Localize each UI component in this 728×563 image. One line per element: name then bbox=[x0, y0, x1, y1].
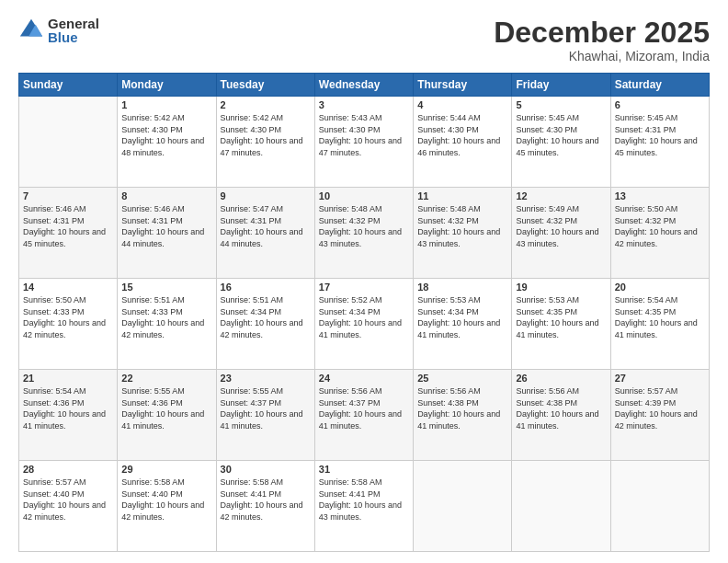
table-row: 3Sunrise: 5:43 AM Sunset: 4:30 PM Daylig… bbox=[314, 97, 413, 188]
day-info: Sunrise: 5:56 AM Sunset: 4:38 PM Dayligh… bbox=[516, 385, 606, 431]
header-tuesday: Tuesday bbox=[216, 74, 314, 97]
logo: General Blue bbox=[18, 17, 99, 44]
day-number: 8 bbox=[121, 190, 211, 201]
day-number: 22 bbox=[121, 373, 211, 384]
day-number: 3 bbox=[319, 99, 409, 110]
table-row: 1Sunrise: 5:42 AM Sunset: 4:30 PM Daylig… bbox=[118, 97, 216, 188]
day-info: Sunrise: 5:53 AM Sunset: 4:34 PM Dayligh… bbox=[417, 294, 507, 340]
table-row: 25Sunrise: 5:56 AM Sunset: 4:38 PM Dayli… bbox=[414, 370, 512, 461]
day-info: Sunrise: 5:46 AM Sunset: 4:31 PM Dayligh… bbox=[121, 203, 211, 249]
day-number: 25 bbox=[417, 373, 507, 384]
header-thursday: Thursday bbox=[414, 74, 512, 97]
calendar-week-row: 7Sunrise: 5:46 AM Sunset: 4:31 PM Daylig… bbox=[19, 188, 710, 279]
table-row: 8Sunrise: 5:46 AM Sunset: 4:31 PM Daylig… bbox=[118, 188, 216, 279]
day-info: Sunrise: 5:54 AM Sunset: 4:35 PM Dayligh… bbox=[615, 294, 705, 340]
day-number: 6 bbox=[615, 99, 705, 110]
table-row: 30Sunrise: 5:58 AM Sunset: 4:41 PM Dayli… bbox=[216, 461, 314, 552]
day-info: Sunrise: 5:51 AM Sunset: 4:34 PM Dayligh… bbox=[221, 294, 311, 340]
day-info: Sunrise: 5:47 AM Sunset: 4:31 PM Dayligh… bbox=[221, 203, 311, 249]
day-number: 9 bbox=[221, 190, 311, 201]
day-number: 13 bbox=[615, 190, 705, 201]
day-info: Sunrise: 5:58 AM Sunset: 4:41 PM Dayligh… bbox=[319, 477, 409, 523]
table-row bbox=[19, 97, 118, 188]
day-info: Sunrise: 5:46 AM Sunset: 4:31 PM Dayligh… bbox=[23, 203, 113, 249]
table-row bbox=[610, 461, 709, 552]
day-info: Sunrise: 5:55 AM Sunset: 4:37 PM Dayligh… bbox=[221, 385, 311, 431]
table-row: 28Sunrise: 5:57 AM Sunset: 4:40 PM Dayli… bbox=[19, 461, 118, 552]
day-info: Sunrise: 5:45 AM Sunset: 4:30 PM Dayligh… bbox=[516, 112, 606, 158]
day-number: 27 bbox=[615, 373, 705, 384]
day-info: Sunrise: 5:42 AM Sunset: 4:30 PM Dayligh… bbox=[121, 112, 211, 158]
day-info: Sunrise: 5:54 AM Sunset: 4:36 PM Dayligh… bbox=[23, 385, 113, 431]
day-number: 31 bbox=[319, 464, 409, 475]
calendar-week-row: 1Sunrise: 5:42 AM Sunset: 4:30 PM Daylig… bbox=[19, 97, 710, 188]
table-row bbox=[512, 461, 610, 552]
table-row: 17Sunrise: 5:52 AM Sunset: 4:34 PM Dayli… bbox=[314, 279, 413, 370]
logo-icon bbox=[18, 17, 44, 43]
header-friday: Friday bbox=[512, 74, 610, 97]
day-info: Sunrise: 5:52 AM Sunset: 4:34 PM Dayligh… bbox=[319, 294, 409, 340]
day-number: 24 bbox=[319, 373, 409, 384]
day-number: 26 bbox=[516, 373, 606, 384]
day-info: Sunrise: 5:50 AM Sunset: 4:32 PM Dayligh… bbox=[615, 203, 705, 249]
table-row: 16Sunrise: 5:51 AM Sunset: 4:34 PM Dayli… bbox=[216, 279, 314, 370]
day-number: 30 bbox=[221, 464, 311, 475]
logo-blue-label: Blue bbox=[48, 30, 99, 44]
day-number: 21 bbox=[23, 373, 113, 384]
day-number: 15 bbox=[121, 282, 211, 293]
header-wednesday: Wednesday bbox=[314, 74, 413, 97]
title-area: December 2025 Khawhai, Mizoram, India bbox=[494, 17, 710, 63]
day-info: Sunrise: 5:50 AM Sunset: 4:33 PM Dayligh… bbox=[23, 294, 113, 340]
table-row: 21Sunrise: 5:54 AM Sunset: 4:36 PM Dayli… bbox=[19, 370, 118, 461]
table-row: 15Sunrise: 5:51 AM Sunset: 4:33 PM Dayli… bbox=[118, 279, 216, 370]
table-row: 4Sunrise: 5:44 AM Sunset: 4:30 PM Daylig… bbox=[414, 97, 512, 188]
header: General Blue December 2025 Khawhai, Mizo… bbox=[18, 17, 710, 63]
table-row: 23Sunrise: 5:55 AM Sunset: 4:37 PM Dayli… bbox=[216, 370, 314, 461]
day-number: 29 bbox=[121, 464, 211, 475]
day-info: Sunrise: 5:56 AM Sunset: 4:37 PM Dayligh… bbox=[319, 385, 409, 431]
table-row bbox=[414, 461, 512, 552]
day-number: 28 bbox=[23, 464, 113, 475]
day-number: 19 bbox=[516, 282, 606, 293]
day-info: Sunrise: 5:53 AM Sunset: 4:35 PM Dayligh… bbox=[516, 294, 606, 340]
day-number: 20 bbox=[615, 282, 705, 293]
table-row: 20Sunrise: 5:54 AM Sunset: 4:35 PM Dayli… bbox=[610, 279, 709, 370]
day-number: 4 bbox=[417, 99, 507, 110]
day-number: 1 bbox=[121, 99, 211, 110]
table-row: 10Sunrise: 5:48 AM Sunset: 4:32 PM Dayli… bbox=[314, 188, 413, 279]
day-info: Sunrise: 5:42 AM Sunset: 4:30 PM Dayligh… bbox=[221, 112, 311, 158]
table-row: 6Sunrise: 5:45 AM Sunset: 4:31 PM Daylig… bbox=[610, 97, 709, 188]
header-sunday: Sunday bbox=[19, 74, 118, 97]
table-row: 11Sunrise: 5:48 AM Sunset: 4:32 PM Dayli… bbox=[414, 188, 512, 279]
table-row: 26Sunrise: 5:56 AM Sunset: 4:38 PM Dayli… bbox=[512, 370, 610, 461]
day-number: 5 bbox=[516, 99, 606, 110]
table-row: 19Sunrise: 5:53 AM Sunset: 4:35 PM Dayli… bbox=[512, 279, 610, 370]
day-info: Sunrise: 5:44 AM Sunset: 4:30 PM Dayligh… bbox=[417, 112, 507, 158]
day-info: Sunrise: 5:58 AM Sunset: 4:41 PM Dayligh… bbox=[221, 477, 311, 523]
table-row: 22Sunrise: 5:55 AM Sunset: 4:36 PM Dayli… bbox=[118, 370, 216, 461]
day-info: Sunrise: 5:58 AM Sunset: 4:40 PM Dayligh… bbox=[121, 477, 211, 523]
day-number: 11 bbox=[417, 190, 507, 201]
day-info: Sunrise: 5:49 AM Sunset: 4:32 PM Dayligh… bbox=[516, 203, 606, 249]
table-row: 7Sunrise: 5:46 AM Sunset: 4:31 PM Daylig… bbox=[19, 188, 118, 279]
day-number: 14 bbox=[23, 282, 113, 293]
table-row: 5Sunrise: 5:45 AM Sunset: 4:30 PM Daylig… bbox=[512, 97, 610, 188]
header-monday: Monday bbox=[118, 74, 216, 97]
day-info: Sunrise: 5:57 AM Sunset: 4:40 PM Dayligh… bbox=[23, 477, 113, 523]
table-row: 13Sunrise: 5:50 AM Sunset: 4:32 PM Dayli… bbox=[610, 188, 709, 279]
day-number: 12 bbox=[516, 190, 606, 201]
day-info: Sunrise: 5:56 AM Sunset: 4:38 PM Dayligh… bbox=[417, 385, 507, 431]
table-row: 2Sunrise: 5:42 AM Sunset: 4:30 PM Daylig… bbox=[216, 97, 314, 188]
table-row: 31Sunrise: 5:58 AM Sunset: 4:41 PM Dayli… bbox=[314, 461, 413, 552]
calendar-header-row: Sunday Monday Tuesday Wednesday Thursday… bbox=[19, 74, 710, 97]
day-number: 17 bbox=[319, 282, 409, 293]
calendar-week-row: 28Sunrise: 5:57 AM Sunset: 4:40 PM Dayli… bbox=[19, 461, 710, 552]
day-info: Sunrise: 5:43 AM Sunset: 4:30 PM Dayligh… bbox=[319, 112, 409, 158]
day-number: 23 bbox=[221, 373, 311, 384]
day-info: Sunrise: 5:48 AM Sunset: 4:32 PM Dayligh… bbox=[417, 203, 507, 249]
calendar-table: Sunday Monday Tuesday Wednesday Thursday… bbox=[18, 73, 710, 552]
month-title: December 2025 bbox=[494, 17, 710, 49]
day-number: 7 bbox=[23, 190, 113, 201]
calendar-week-row: 21Sunrise: 5:54 AM Sunset: 4:36 PM Dayli… bbox=[19, 370, 710, 461]
day-info: Sunrise: 5:51 AM Sunset: 4:33 PM Dayligh… bbox=[121, 294, 211, 340]
